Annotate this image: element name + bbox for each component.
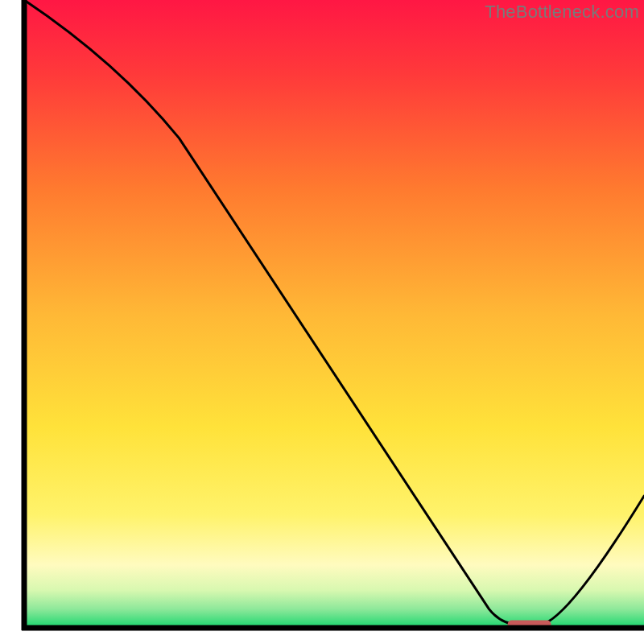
watermark-text: TheBottleneck.com [485,2,639,23]
chart-background-gradient [24,0,644,628]
chart-container: TheBottleneck.com [0,0,644,644]
bottleneck-chart [0,0,644,644]
